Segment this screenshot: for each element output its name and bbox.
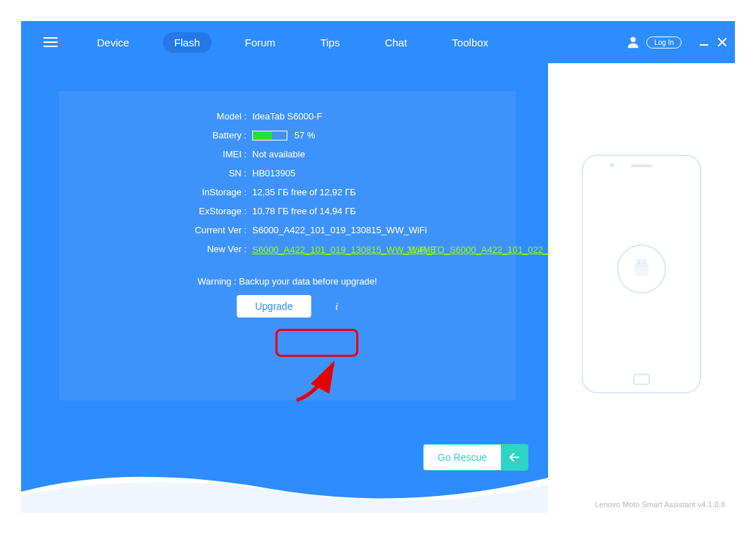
svg-point-7	[638, 263, 639, 264]
nav-device[interactable]: Device	[86, 32, 141, 53]
footer-version: Lenovo Moto Smart Assistant v4.1.0.8	[595, 500, 725, 509]
android-icon	[617, 244, 666, 294]
battery-percent: 57 %	[294, 130, 315, 140]
menu-icon[interactable]	[44, 37, 58, 47]
label-newver: New Ver :	[59, 244, 252, 254]
nav-flash[interactable]: Flash	[163, 32, 211, 53]
newver-link[interactable]: S6000_A422_101_019_130815_WW_WiFi_TO_S60…	[252, 244, 393, 256]
upgrade-button[interactable]: Upgrade	[237, 295, 311, 318]
content: Model :IdeaTab S6000-F Battery :57 % IME…	[21, 63, 735, 513]
value-instorage: 12,35 ГБ free of 12,92 ГБ	[252, 187, 516, 197]
nav-forum[interactable]: Forum	[234, 32, 287, 53]
user-icon[interactable]	[625, 34, 641, 50]
login-button[interactable]: Log In	[646, 37, 682, 48]
nav-toolbox[interactable]: Toolbox	[441, 32, 500, 53]
svg-rect-4	[635, 266, 648, 276]
nav-chat[interactable]: Chat	[374, 32, 419, 53]
label-battery: Battery :	[59, 130, 252, 140]
nav-tips[interactable]: Tips	[309, 32, 351, 53]
header-right: Log In	[625, 34, 726, 50]
value-exstorage: 10,78 ГБ free of 14,94 ГБ	[252, 206, 516, 216]
window-controls	[700, 38, 726, 46]
value-battery: 57 %	[252, 130, 516, 140]
minimize-icon[interactable]	[700, 38, 708, 46]
upgrade-wrap: Upgrade i	[59, 295, 516, 318]
value-newver: S6000_A422_101_019_130815_WW_WiFi_TO_S60…	[252, 244, 516, 256]
value-currentver: S6000_A422_101_019_130815_WW_WiFi	[252, 225, 516, 235]
close-icon[interactable]	[718, 38, 726, 46]
value-imei: Not available	[252, 149, 516, 159]
phone-speaker-icon	[631, 164, 652, 167]
battery-bar	[252, 131, 287, 140]
newver-size: 31,4MB	[407, 245, 436, 255]
device-info-panel: Model :IdeaTab S6000-F Battery :57 % IME…	[59, 91, 516, 400]
battery-fill	[253, 131, 272, 140]
label-imei: IMEI :	[59, 149, 252, 159]
value-sn: HB013905	[252, 168, 516, 178]
info-icon[interactable]: i	[335, 301, 338, 312]
phone-illustration	[582, 155, 701, 393]
left-pane: Model :IdeaTab S6000-F Battery :57 % IME…	[21, 63, 548, 513]
header: Device Flash Forum Tips Chat Toolbox Log…	[21, 21, 735, 63]
label-sn: SN :	[59, 168, 252, 178]
label-instorage: InStorage :	[59, 187, 252, 197]
label-model: Model :	[59, 111, 252, 122]
wave-decoration	[21, 457, 548, 513]
arrow-annotation	[282, 351, 353, 407]
main-nav: Device Flash Forum Tips Chat Toolbox	[86, 32, 500, 53]
svg-point-8	[644, 263, 645, 264]
right-pane: Lenovo Moto Smart Assistant v4.1.0.8	[548, 63, 735, 513]
app-window: Device Flash Forum Tips Chat Toolbox Log…	[21, 21, 735, 513]
warning-text: Warning : Backup your data before upgrad…	[59, 276, 516, 287]
value-model: IdeaTab S6000-F	[252, 111, 516, 122]
label-exstorage: ExStorage :	[59, 206, 252, 216]
highlight-annotation	[275, 329, 358, 357]
label-currentver: Current Ver :	[59, 225, 252, 235]
svg-point-0	[631, 37, 636, 42]
phone-home-icon	[633, 374, 650, 385]
phone-camera-icon	[610, 163, 614, 167]
